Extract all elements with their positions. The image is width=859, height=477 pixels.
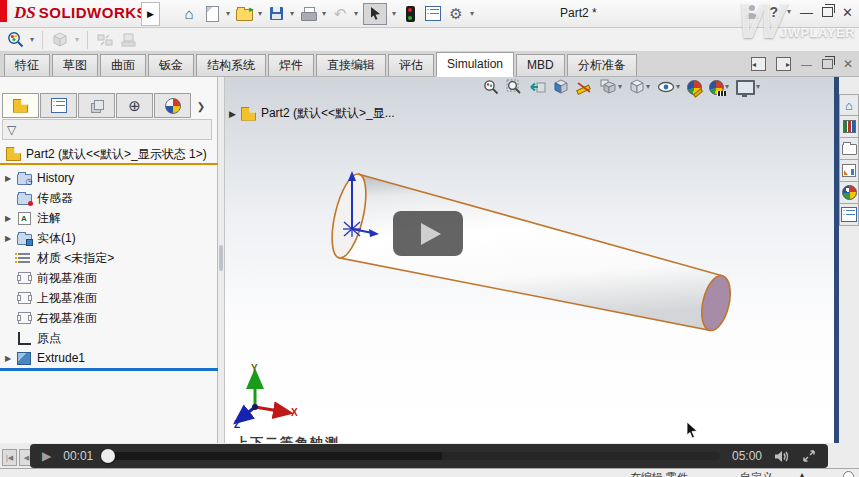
help-button[interactable]: ? [770, 4, 779, 20]
expand-arrow-icon[interactable]: ▶ [0, 234, 16, 243]
panel-splitter[interactable] [218, 77, 225, 443]
tree-filter-bar[interactable]: ▽ [2, 119, 212, 140]
tree-item-history[interactable]: ▶ ◷ History [0, 168, 218, 188]
tree-item-solid-bodies[interactable]: ▶ 实体(1) [0, 228, 218, 248]
status-custom-arrow-icon[interactable]: ▴ [800, 470, 804, 477]
expand-arrow-icon[interactable]: ▶ [0, 354, 16, 363]
player-volume-button[interactable] [774, 450, 790, 463]
view-cube-icon [52, 32, 68, 48]
tab-structure-system[interactable]: 结构系统 [196, 54, 266, 76]
tab-feature-manager[interactable] [2, 93, 39, 118]
home-button[interactable]: ⌂ [180, 5, 198, 23]
tab-property-manager[interactable] [40, 93, 77, 118]
login-button[interactable] [743, 3, 761, 21]
tab-configuration-manager[interactable] [78, 93, 115, 118]
select-tool-button[interactable] [363, 3, 387, 25]
display-manager-icon [165, 98, 181, 114]
menu-flyout-button[interactable]: ▶ [141, 2, 160, 26]
expand-arrow-icon[interactable]: ▶ [0, 214, 16, 223]
doc-restore-button[interactable] [822, 59, 833, 69]
tree-item-annotations[interactable]: ▶ A 注解 [0, 208, 218, 228]
open-button[interactable] [235, 5, 253, 23]
custom-properties-button[interactable] [839, 204, 859, 226]
player-play-button[interactable]: ▶ [42, 450, 51, 462]
print-button[interactable] [299, 5, 317, 23]
tree-item-material[interactable]: 材质 <未指定> [0, 248, 218, 268]
tab-mbd[interactable]: MBD [516, 54, 565, 76]
new-document-dropdown[interactable]: ▾ [226, 10, 230, 18]
graphics-viewport[interactable]: ▾ ▾ ▾ [225, 77, 834, 443]
tab-weldments[interactable]: 焊件 [268, 54, 314, 76]
file-properties-button[interactable] [424, 5, 442, 23]
undo-dropdown[interactable]: ▾ [354, 10, 358, 18]
status-editing-label: 在编辑 零件 [630, 470, 688, 477]
ds-logo-mark: DS [14, 3, 36, 23]
player-progress-track[interactable] [103, 452, 720, 460]
save-dropdown[interactable]: ▾ [290, 10, 294, 18]
splitter-handle[interactable] [219, 245, 223, 271]
rollback-bar[interactable] [0, 368, 218, 371]
rewind-start-button[interactable]: |◀ [2, 449, 17, 466]
traffic-light-icon [406, 6, 415, 22]
tree-item-origin[interactable]: 原点 [0, 328, 218, 348]
swap-components-button-disabled[interactable] [96, 31, 114, 49]
doc-minimize-button[interactable]: — [801, 59, 812, 70]
options-dropdown[interactable]: ▾ [470, 10, 474, 18]
copy-appearance-button-disabled[interactable] [120, 31, 138, 49]
undo-button[interactable]: ↶ [331, 5, 349, 23]
select-tool-dropdown[interactable]: ▾ [392, 10, 396, 18]
new-document-button[interactable] [203, 5, 221, 23]
collapse-left-pane-button[interactable]: ◂ [751, 57, 766, 71]
magnified-selection-dropdown[interactable]: ▾ [30, 36, 34, 44]
appearances-button[interactable] [839, 182, 859, 204]
video-play-overlay-button[interactable] [393, 211, 463, 256]
tab-display-manager[interactable] [154, 93, 191, 118]
doc-close-button[interactable]: ✕ [843, 58, 853, 70]
design-library-button[interactable] [839, 116, 859, 138]
tab-simulation[interactable]: Simulation [436, 52, 514, 77]
app-window: DS SOLIDWORKS ▶ ⌂ ▾ ▾ ▾ ▾ ↶ ▾ ▾ [0, 0, 859, 477]
print-dropdown[interactable]: ▾ [322, 10, 326, 18]
view-orientation-dropdown-disabled[interactable]: ▾ [75, 36, 79, 44]
options-button[interactable]: ⚙ [447, 5, 465, 23]
tab-analysis-prep[interactable]: 分析准备 [567, 54, 637, 76]
tab-surfaces[interactable]: 曲面 [100, 54, 146, 76]
tree-root-item[interactable]: Part2 (默认<<默认>_显示状态 1>) [0, 145, 218, 165]
tree-item-top-plane[interactable]: 上视基准面 [0, 288, 218, 308]
save-icon [270, 7, 283, 20]
view-orientation-button-disabled[interactable] [51, 31, 69, 49]
rebuild-button[interactable] [401, 5, 419, 23]
tree-item-front-plane[interactable]: 前视基准面 [0, 268, 218, 288]
minimize-button[interactable]: — [800, 6, 813, 19]
tab-evaluate[interactable]: 评估 [388, 54, 434, 76]
cylinder-model[interactable] [225, 77, 834, 443]
player-current-time: 00:01 [63, 449, 93, 463]
file-explorer-button[interactable] [839, 138, 859, 160]
save-button[interactable] [267, 5, 285, 23]
properties-list-icon [841, 207, 857, 222]
collapse-right-pane-button[interactable]: ▸ [776, 57, 791, 71]
magnified-selection-button[interactable] [6, 31, 24, 49]
help-dropdown[interactable]: ▾ [787, 8, 791, 16]
tab-sketch[interactable]: 草图 [52, 54, 98, 76]
tab-sheet-metal[interactable]: 钣金 [148, 54, 194, 76]
open-dropdown[interactable]: ▾ [258, 10, 262, 18]
tab-direct-editing[interactable]: 直接编辑 [316, 54, 386, 76]
player-fullscreen-button[interactable] [802, 449, 816, 463]
tree-item-right-plane[interactable]: 右视基准面 [0, 308, 218, 328]
tab-features[interactable]: 特征 [4, 54, 50, 76]
tree-item-extrude1[interactable]: ▶ Extrude1 [0, 348, 218, 368]
panel-tabs-overflow-button[interactable]: ❯ [192, 95, 210, 118]
tab-dimxpert-manager[interactable]: ⊕ [116, 93, 153, 118]
tree-item-sensors[interactable]: 传感器 [0, 188, 218, 208]
task-pane-home-button[interactable]: ⌂ [839, 94, 859, 116]
part-icon [13, 99, 28, 113]
expand-arrow-icon[interactable]: ▶ [0, 174, 16, 183]
restore-button[interactable] [822, 7, 833, 17]
player-scrubber-knob[interactable] [101, 449, 115, 463]
folder-icon [842, 144, 857, 155]
close-button[interactable]: ✕ [842, 6, 853, 19]
gear-icon: ⚙ [449, 6, 462, 21]
dimxpert-icon: ⊕ [128, 98, 141, 113]
view-palette-button[interactable] [839, 160, 859, 182]
